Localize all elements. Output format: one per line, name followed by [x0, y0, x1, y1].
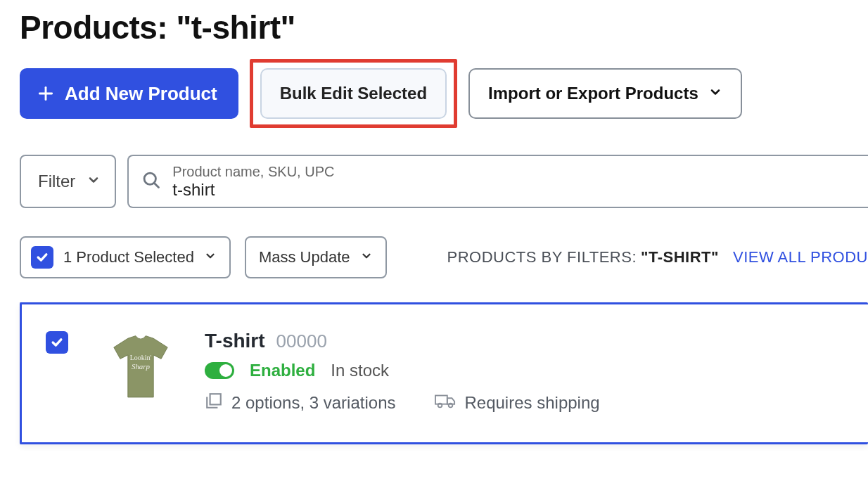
- svg-line-3: [155, 183, 159, 187]
- bulk-edit-highlight: Bulk Edit Selected: [250, 59, 457, 128]
- selected-products-label: 1 Product Selected: [63, 248, 194, 266]
- svg-point-9: [449, 404, 453, 408]
- product-options-label: 2 options, 3 variations: [231, 393, 395, 413]
- svg-rect-6: [210, 394, 221, 404]
- search-input[interactable]: [172, 180, 383, 200]
- search-box[interactable]: Product name, SKU, UPC: [127, 155, 868, 208]
- filter-summary: PRODUCTS BY FILTERS: "T-SHIRT": [447, 248, 719, 266]
- svg-text:Lookin': Lookin': [130, 354, 152, 361]
- svg-rect-7: [435, 396, 447, 404]
- filter-summary-term: "T-SHIRT": [641, 248, 719, 266]
- stock-status: In stock: [331, 361, 389, 380]
- product-info: T-shirt 00000 Enabled In stock 2 options…: [205, 330, 600, 414]
- import-export-button[interactable]: Import or Export Products: [468, 68, 742, 119]
- svg-text:Sharp: Sharp: [132, 362, 151, 371]
- page-title-query: "t-shirt": [176, 9, 295, 46]
- filter-row: Filter Product name, SKU, UPC: [20, 155, 868, 208]
- product-shipping-label: Requires shipping: [464, 393, 599, 413]
- product-checkbox[interactable]: [46, 331, 68, 354]
- product-name[interactable]: T-shirt: [205, 330, 265, 352]
- page-title-prefix: Products:: [20, 9, 176, 46]
- chevron-down-icon: [708, 84, 722, 103]
- tshirt-icon: Lookin' Sharp: [108, 333, 174, 404]
- bulk-edit-label: Bulk Edit Selected: [280, 84, 427, 103]
- mass-update-label: Mass Update: [259, 248, 350, 266]
- layers-icon: [205, 392, 223, 414]
- search-field-label: Product name, SKU, UPC: [172, 164, 383, 180]
- select-all-checkbox[interactable]: [31, 246, 53, 269]
- chevron-down-icon: [204, 248, 217, 266]
- toolbar: Add New Product Bulk Edit Selected Impor…: [20, 59, 868, 128]
- filter-button-label: Filter: [38, 172, 75, 191]
- chevron-down-icon: [87, 172, 101, 191]
- view-all-products-link[interactable]: VIEW ALL PRODU: [733, 248, 868, 266]
- product-row[interactable]: Lookin' Sharp T-shirt 00000 Enabled In s…: [20, 302, 868, 444]
- enabled-label: Enabled: [250, 361, 315, 380]
- bulk-edit-selected-button[interactable]: Bulk Edit Selected: [260, 68, 447, 119]
- enabled-toggle[interactable]: [205, 362, 234, 379]
- search-texts: Product name, SKU, UPC: [172, 164, 383, 200]
- search-icon: [141, 170, 161, 193]
- truck-icon: [435, 392, 456, 414]
- selection-row: 1 Product Selected Mass Update PRODUCTS …: [20, 236, 868, 278]
- add-new-product-label: Add New Product: [65, 83, 217, 105]
- svg-point-8: [438, 404, 442, 408]
- product-thumbnail: Lookin' Sharp: [102, 330, 179, 407]
- product-options: 2 options, 3 variations: [205, 392, 395, 414]
- page-title: Products: "t-shirt": [20, 8, 868, 46]
- import-export-label: Import or Export Products: [488, 84, 698, 103]
- filter-button[interactable]: Filter: [20, 155, 116, 208]
- product-shipping: Requires shipping: [435, 392, 599, 414]
- filter-summary-label: PRODUCTS BY FILTERS:: [447, 248, 637, 266]
- chevron-down-icon: [360, 248, 373, 266]
- selected-products-button[interactable]: 1 Product Selected: [20, 236, 231, 278]
- plus-icon: [37, 84, 55, 103]
- product-sku: 00000: [276, 330, 327, 352]
- add-new-product-button[interactable]: Add New Product: [20, 68, 238, 119]
- mass-update-button[interactable]: Mass Update: [245, 236, 387, 278]
